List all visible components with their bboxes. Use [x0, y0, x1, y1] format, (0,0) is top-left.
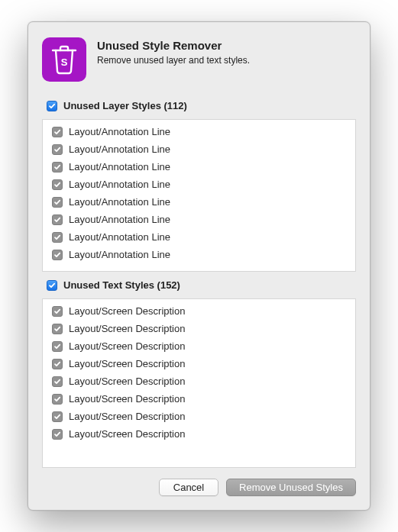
checkmark-icon [53, 395, 61, 403]
svg-text:S: S [61, 56, 68, 68]
checkmark-icon [53, 216, 61, 224]
dialog-content: Unused Layer Styles (112) Layout/Annotat… [28, 88, 370, 468]
item-checkbox[interactable] [52, 197, 63, 208]
checkmark-icon [48, 102, 56, 110]
remove-button[interactable]: Remove Unused Styles [226, 479, 356, 496]
item-label: Layout/Annotation Line [69, 143, 170, 155]
list-item[interactable]: Layout/Annotation Line [44, 228, 354, 246]
item-label: Layout/Screen Description [69, 305, 185, 317]
text-styles-list-container: Layout/Screen DescriptionLayout/Screen D… [42, 298, 356, 468]
list-item[interactable]: Layout/Screen Description [44, 355, 354, 372]
item-label: Layout/Screen Description [69, 428, 185, 440]
list-item[interactable]: Layout/Annotation Line [44, 246, 354, 263]
item-checkbox[interactable] [52, 179, 63, 190]
checkmark-icon [53, 360, 61, 368]
layer-styles-list-container: Layout/Annotation LineLayout/Annotation … [42, 119, 356, 272]
text-styles-section: Unused Text Styles (152) Layout/Screen D… [42, 272, 356, 468]
layer-styles-section: Unused Layer Styles (112) Layout/Annotat… [42, 92, 356, 272]
item-label: Layout/Screen Description [69, 411, 185, 422]
checkmark-icon [53, 325, 61, 333]
list-item[interactable]: Layout/Screen Description [44, 390, 354, 408]
dialog-header: S Unused Style Remover Remove unused lay… [28, 22, 370, 88]
item-label: Layout/Annotation Line [69, 196, 170, 208]
checkmark-icon [53, 430, 61, 438]
item-checkbox[interactable] [52, 144, 63, 155]
checkmark-icon [53, 163, 61, 171]
text-styles-list[interactable]: Layout/Screen DescriptionLayout/Screen D… [43, 299, 355, 467]
item-checkbox[interactable] [52, 250, 63, 260]
item-label: Layout/Screen Description [69, 376, 185, 387]
layer-styles-header[interactable]: Unused Layer Styles (112) [42, 92, 356, 119]
trash-icon: S [50, 44, 78, 75]
item-label: Layout/Screen Description [69, 358, 185, 369]
item-label: Layout/Screen Description [69, 393, 185, 405]
list-item[interactable]: Layout/Annotation Line [44, 176, 354, 193]
checkmark-icon [53, 146, 61, 153]
item-label: Layout/Screen Description [69, 323, 185, 334]
item-checkbox[interactable] [52, 324, 63, 334]
dialog-title: Unused Style Remover [97, 39, 356, 52]
checkmark-icon [53, 343, 61, 350]
checkmark-icon [53, 128, 61, 136]
item-checkbox[interactable] [52, 214, 63, 225]
layer-styles-list[interactable]: Layout/Annotation LineLayout/Annotation … [43, 120, 355, 271]
header-text: Unused Style Remover Remove unused layer… [97, 37, 356, 82]
checkmark-icon [53, 308, 61, 315]
item-checkbox[interactable] [52, 359, 63, 369]
layer-styles-label: Unused Layer Styles (112) [63, 100, 187, 111]
text-styles-checkbox[interactable] [47, 280, 57, 291]
checkmark-icon [53, 198, 61, 206]
checkmark-icon [53, 234, 61, 241]
item-label: Layout/Annotation Line [69, 161, 170, 172]
app-icon: S [42, 37, 86, 82]
checkmark-icon [53, 413, 61, 421]
list-item[interactable]: Layout/Annotation Line [44, 123, 354, 140]
item-checkbox[interactable] [52, 127, 63, 137]
item-checkbox[interactable] [52, 232, 63, 243]
list-item[interactable]: Layout/Annotation Line [44, 158, 354, 176]
item-label: Layout/Annotation Line [69, 214, 170, 225]
checkmark-icon [53, 251, 61, 259]
checkmark-icon [53, 181, 61, 189]
item-checkbox[interactable] [52, 162, 63, 172]
item-label: Layout/Annotation Line [69, 249, 170, 260]
dialog-window: S Unused Style Remover Remove unused lay… [28, 21, 370, 511]
list-item[interactable]: Layout/Screen Description [44, 408, 354, 425]
dialog-subtitle: Remove unused layer and text styles. [97, 55, 356, 66]
item-label: Layout/Annotation Line [69, 126, 170, 137]
list-item[interactable]: Layout/Annotation Line [44, 193, 354, 211]
list-item[interactable]: Layout/Annotation Line [44, 140, 354, 158]
item-checkbox[interactable] [52, 429, 63, 440]
text-styles-label: Unused Text Styles (152) [63, 279, 180, 291]
item-label: Layout/Annotation Line [69, 179, 170, 190]
cancel-button[interactable]: Cancel [159, 479, 218, 496]
text-styles-header[interactable]: Unused Text Styles (152) [42, 272, 356, 298]
list-item[interactable]: Layout/Screen Description [44, 337, 354, 355]
item-checkbox[interactable] [52, 306, 63, 317]
item-label: Layout/Screen Description [69, 340, 185, 352]
item-checkbox[interactable] [52, 376, 63, 387]
list-item[interactable]: Layout/Screen Description [44, 320, 354, 337]
checkmark-icon [48, 282, 56, 289]
checkmark-icon [53, 378, 61, 385]
item-checkbox[interactable] [52, 411, 63, 422]
list-item[interactable]: Layout/Annotation Line [44, 211, 354, 228]
list-item[interactable]: Layout/Screen Description [44, 425, 354, 443]
item-label: Layout/Annotation Line [69, 231, 170, 243]
dialog-footer: Cancel Remove Unused Styles [28, 468, 370, 510]
layer-styles-checkbox[interactable] [47, 101, 57, 111]
item-checkbox[interactable] [52, 341, 63, 352]
list-item[interactable]: Layout/Screen Description [44, 372, 354, 390]
list-item[interactable]: Layout/Screen Description [44, 302, 354, 320]
item-checkbox[interactable] [52, 394, 63, 405]
